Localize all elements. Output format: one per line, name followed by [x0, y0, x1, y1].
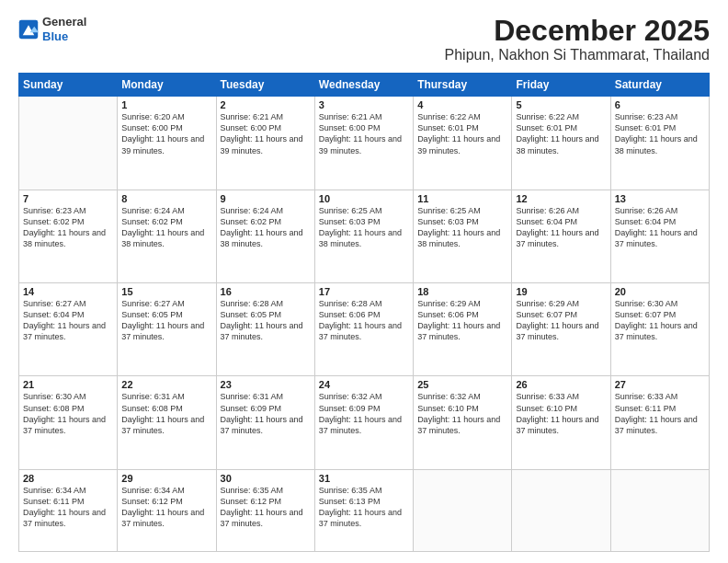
calendar-cell: 23Sunrise: 6:31 AMSunset: 6:09 PMDayligh… — [216, 376, 314, 469]
calendar-cell: 26Sunrise: 6:33 AMSunset: 6:10 PMDayligh… — [512, 376, 610, 469]
day-info: Sunrise: 6:25 AMSunset: 6:03 PMDaylight:… — [417, 205, 507, 250]
calendar-cell — [610, 469, 709, 551]
day-number: 6 — [615, 99, 705, 110]
day-info: Sunrise: 6:25 AMSunset: 6:03 PMDaylight:… — [319, 205, 409, 250]
day-info: Sunrise: 6:35 AMSunset: 6:13 PMDaylight:… — [319, 485, 409, 530]
header-sunday: Sunday — [19, 74, 118, 97]
day-number: 13 — [615, 193, 705, 204]
day-number: 8 — [121, 193, 211, 204]
week-row-0: 1Sunrise: 6:20 AMSunset: 6:00 PMDaylight… — [19, 97, 710, 190]
calendar-cell: 25Sunrise: 6:32 AMSunset: 6:10 PMDayligh… — [414, 376, 512, 469]
header: General Blue December 2025 Phipun, Nakho… — [18, 15, 710, 63]
logo-icon — [18, 19, 39, 40]
day-info: Sunrise: 6:27 AMSunset: 6:04 PMDaylight:… — [23, 298, 113, 343]
week-row-4: 28Sunrise: 6:34 AMSunset: 6:11 PMDayligh… — [19, 469, 710, 551]
day-info: Sunrise: 6:35 AMSunset: 6:12 PMDaylight:… — [221, 485, 311, 530]
calendar-cell: 30Sunrise: 6:35 AMSunset: 6:12 PMDayligh… — [216, 469, 314, 551]
calendar-cell: 5Sunrise: 6:22 AMSunset: 6:01 PMDaylight… — [512, 97, 610, 190]
calendar-cell: 12Sunrise: 6:26 AMSunset: 6:04 PMDayligh… — [512, 190, 610, 282]
calendar-cell: 8Sunrise: 6:24 AMSunset: 6:02 PMDaylight… — [118, 190, 216, 282]
day-number: 31 — [319, 473, 409, 484]
day-info: Sunrise: 6:24 AMSunset: 6:02 PMDaylight:… — [121, 205, 211, 250]
day-number: 22 — [121, 379, 211, 390]
calendar-cell: 2Sunrise: 6:21 AMSunset: 6:00 PMDaylight… — [216, 97, 314, 190]
day-number: 12 — [516, 193, 606, 204]
day-info: Sunrise: 6:29 AMSunset: 6:06 PMDaylight:… — [417, 298, 507, 343]
day-info: Sunrise: 6:23 AMSunset: 6:01 PMDaylight:… — [615, 111, 705, 156]
day-number: 27 — [615, 379, 705, 390]
calendar-cell: 22Sunrise: 6:31 AMSunset: 6:08 PMDayligh… — [118, 376, 216, 469]
calendar-cell: 9Sunrise: 6:24 AMSunset: 6:02 PMDaylight… — [216, 190, 314, 282]
day-info: Sunrise: 6:24 AMSunset: 6:02 PMDaylight:… — [221, 205, 311, 250]
week-row-3: 21Sunrise: 6:30 AMSunset: 6:08 PMDayligh… — [19, 376, 710, 469]
day-info: Sunrise: 6:23 AMSunset: 6:02 PMDaylight:… — [23, 205, 113, 250]
day-info: Sunrise: 6:29 AMSunset: 6:07 PMDaylight:… — [516, 298, 606, 343]
calendar-cell: 17Sunrise: 6:28 AMSunset: 6:06 PMDayligh… — [314, 283, 413, 376]
calendar-cell: 21Sunrise: 6:30 AMSunset: 6:08 PMDayligh… — [19, 376, 118, 469]
header-wednesday: Wednesday — [314, 74, 413, 97]
day-number: 23 — [221, 379, 311, 390]
day-info: Sunrise: 6:30 AMSunset: 6:08 PMDaylight:… — [23, 391, 113, 436]
day-info: Sunrise: 6:31 AMSunset: 6:09 PMDaylight:… — [221, 391, 311, 436]
day-number: 26 — [516, 379, 606, 390]
page: General Blue December 2025 Phipun, Nakho… — [0, 0, 728, 563]
day-number: 10 — [319, 193, 409, 204]
day-info: Sunrise: 6:34 AMSunset: 6:12 PMDaylight:… — [121, 485, 211, 530]
calendar-header-row: SundayMondayTuesdayWednesdayThursdayFrid… — [19, 74, 710, 97]
location-title: Phipun, Nakhon Si Thammarat, Thailand — [445, 47, 710, 63]
header-thursday: Thursday — [414, 74, 512, 97]
calendar-cell: 18Sunrise: 6:29 AMSunset: 6:06 PMDayligh… — [414, 283, 512, 376]
day-number: 15 — [121, 286, 211, 297]
calendar-cell: 4Sunrise: 6:22 AMSunset: 6:01 PMDaylight… — [414, 97, 512, 190]
calendar-cell: 6Sunrise: 6:23 AMSunset: 6:01 PMDaylight… — [610, 97, 709, 190]
calendar-cell — [414, 469, 512, 551]
day-info: Sunrise: 6:26 AMSunset: 6:04 PMDaylight:… — [615, 205, 705, 250]
day-info: Sunrise: 6:32 AMSunset: 6:09 PMDaylight:… — [319, 391, 409, 436]
day-number: 9 — [221, 193, 311, 204]
header-tuesday: Tuesday — [216, 74, 314, 97]
day-number: 18 — [417, 286, 507, 297]
header-saturday: Saturday — [610, 74, 709, 97]
day-number: 30 — [221, 473, 311, 484]
calendar-cell: 27Sunrise: 6:33 AMSunset: 6:11 PMDayligh… — [610, 376, 709, 469]
day-number: 20 — [615, 286, 705, 297]
header-friday: Friday — [512, 74, 610, 97]
day-number: 19 — [516, 286, 606, 297]
calendar-cell: 14Sunrise: 6:27 AMSunset: 6:04 PMDayligh… — [19, 283, 118, 376]
day-number: 11 — [417, 193, 507, 204]
day-number: 7 — [23, 193, 113, 204]
day-info: Sunrise: 6:31 AMSunset: 6:08 PMDaylight:… — [121, 391, 211, 436]
week-row-2: 14Sunrise: 6:27 AMSunset: 6:04 PMDayligh… — [19, 283, 710, 376]
day-number: 29 — [121, 473, 211, 484]
calendar-cell: 19Sunrise: 6:29 AMSunset: 6:07 PMDayligh… — [512, 283, 610, 376]
day-info: Sunrise: 6:30 AMSunset: 6:07 PMDaylight:… — [615, 298, 705, 343]
calendar-cell: 20Sunrise: 6:30 AMSunset: 6:07 PMDayligh… — [610, 283, 709, 376]
calendar-cell: 16Sunrise: 6:28 AMSunset: 6:05 PMDayligh… — [216, 283, 314, 376]
day-number: 16 — [221, 286, 311, 297]
calendar-cell: 13Sunrise: 6:26 AMSunset: 6:04 PMDayligh… — [610, 190, 709, 282]
day-number: 14 — [23, 286, 113, 297]
calendar-table: SundayMondayTuesdayWednesdayThursdayFrid… — [18, 73, 710, 552]
calendar-cell: 3Sunrise: 6:21 AMSunset: 6:00 PMDaylight… — [314, 97, 413, 190]
calendar-cell: 24Sunrise: 6:32 AMSunset: 6:09 PMDayligh… — [314, 376, 413, 469]
day-number: 28 — [23, 473, 113, 484]
day-info: Sunrise: 6:26 AMSunset: 6:04 PMDaylight:… — [516, 205, 606, 250]
calendar-cell: 10Sunrise: 6:25 AMSunset: 6:03 PMDayligh… — [314, 190, 413, 282]
calendar-cell: 15Sunrise: 6:27 AMSunset: 6:05 PMDayligh… — [118, 283, 216, 376]
day-info: Sunrise: 6:20 AMSunset: 6:00 PMDaylight:… — [121, 111, 211, 156]
week-row-1: 7Sunrise: 6:23 AMSunset: 6:02 PMDaylight… — [19, 190, 710, 282]
logo-text: General Blue — [42, 15, 86, 43]
day-number: 21 — [23, 379, 113, 390]
calendar-cell: 1Sunrise: 6:20 AMSunset: 6:00 PMDaylight… — [118, 97, 216, 190]
day-number: 24 — [319, 379, 409, 390]
calendar-cell: 11Sunrise: 6:25 AMSunset: 6:03 PMDayligh… — [414, 190, 512, 282]
day-info: Sunrise: 6:21 AMSunset: 6:00 PMDaylight:… — [221, 111, 311, 156]
day-info: Sunrise: 6:32 AMSunset: 6:10 PMDaylight:… — [417, 391, 507, 436]
day-info: Sunrise: 6:33 AMSunset: 6:11 PMDaylight:… — [615, 391, 705, 436]
day-info: Sunrise: 6:22 AMSunset: 6:01 PMDaylight:… — [417, 111, 507, 156]
day-info: Sunrise: 6:22 AMSunset: 6:01 PMDaylight:… — [516, 111, 606, 156]
calendar-cell: 28Sunrise: 6:34 AMSunset: 6:11 PMDayligh… — [19, 469, 118, 551]
day-number: 5 — [516, 99, 606, 110]
day-number: 3 — [319, 99, 409, 110]
calendar-cell — [512, 469, 610, 551]
